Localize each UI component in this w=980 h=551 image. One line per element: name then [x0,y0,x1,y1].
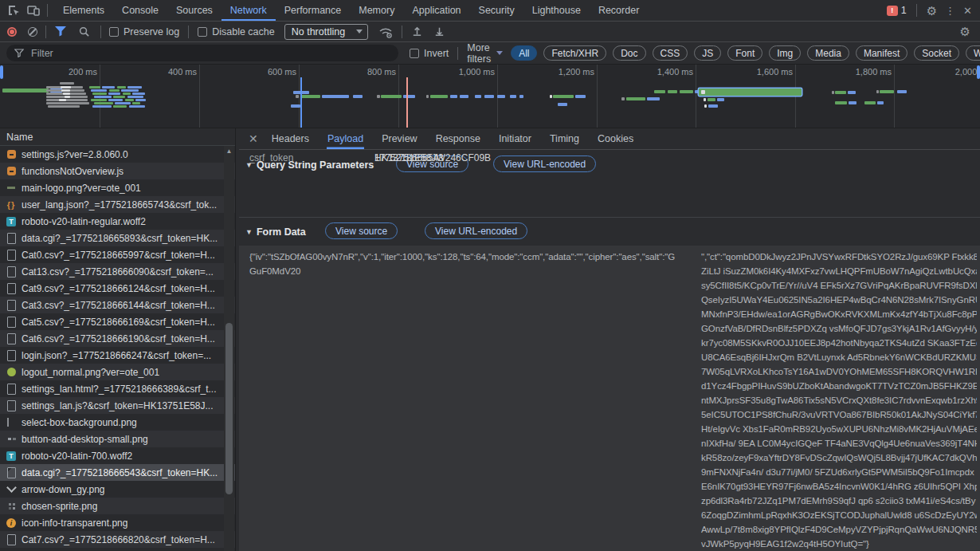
filter-icon[interactable] [54,26,69,38]
request-type-chip[interactable]: All [511,45,537,61]
request-row[interactable]: Cat5.csv?_=1775218666169&csrf_token=H... [0,313,235,330]
record-network-log-icon[interactable] [7,27,17,37]
network-overview-timeline[interactable]: 200 ms 400 ms 600 ms 800 ms 1,000 ms 1,2… [0,65,980,128]
form-value-line: 7W05qLVRXoLKhcoTsY16A1wDV0YOhMEM65SFH8KO… [701,364,977,379]
request-row[interactable]: data.cgi?_=1775218665893&csrf_token=HK..… [0,230,235,246]
request-row[interactable]: chosen-sprite.png [0,498,235,514]
request-type-chip[interactable]: Manifest [856,45,907,61]
request-type-chip[interactable]: Socket [914,45,959,61]
request-row[interactable]: select-box-background.png [0,414,235,431]
request-row[interactable]: data.cgi?_=1775218666543&csrf_token=HK..… [0,464,235,481]
waterfall-bar [647,97,660,100]
request-row[interactable]: settings_lan.html?_=1775218666389&csrf_t… [0,380,235,397]
request-row[interactable]: settings.js?ver=2.8.060.0 [0,146,235,163]
close-details-icon[interactable]: ✕ [249,132,258,145]
request-row[interactable]: roboto-v20-latin-regular.woff2 [0,213,235,230]
detail-tab[interactable]: Timing [549,128,580,149]
request-row[interactable]: main-logo.png?ver=ote_001 [0,179,235,196]
panel-tab[interactable]: Application [403,0,469,21]
disable-cache-checkbox[interactable] [198,27,207,37]
waterfall-bar [626,97,645,100]
panel-tab[interactable]: Memory [350,0,403,21]
detail-tab[interactable]: Preview [381,128,417,149]
search-icon[interactable] [78,26,92,38]
overview-left-handle[interactable] [0,65,3,79]
name-column-header[interactable]: Name [0,128,235,146]
waterfall-bar [880,90,894,93]
form-value-line: zp6dl3Ra4rb72JZq1PM7dEMrh9S9qfJ qp6 s2ci… [701,494,977,508]
detail-tab[interactable]: Initiator [498,128,532,149]
preserve-log-checkbox[interactable] [109,27,119,37]
form-key-line: GuF0MdV20 [249,264,700,278]
settings-gear-icon[interactable]: ⚙ [927,5,937,17]
request-row[interactable]: user_lang.json?_=1775218665743&csrf_tok.… [0,196,235,213]
network-conditions-icon[interactable] [378,26,393,38]
request-row[interactable]: login.json?_=1775218666247&csrf_token=..… [0,347,235,364]
export-har-icon[interactable] [433,26,448,38]
panel-tab[interactable]: Performance [276,0,351,21]
request-row[interactable]: Cat7.csv?_=1775218666820&csrf_token=H... [0,531,235,548]
request-type-chip[interactable]: Fetch/XHR [543,45,606,61]
form-value-line: kR58zo/zeyF9xaYftrDY8FvDScZqwIQsWQj5L8Bv… [701,451,977,465]
request-row[interactable]: roboto-v20-latin-700.woff2 [0,447,235,464]
panel-tab[interactable]: Network [221,0,276,21]
request-row[interactable]: logout_normal.png?ver=ote_001 [0,364,235,380]
waterfall-bar [575,95,586,98]
more-menu-icon[interactable]: ⋮ [945,6,955,16]
request-type-chip[interactable]: CSS [653,45,688,61]
panel-tab[interactable]: Security [470,0,523,21]
request-row[interactable]: Cat0.csv?_=1775218665997&csrf_token=H... [0,246,235,263]
request-type-chip[interactable]: Media [807,45,849,61]
filter-input-container[interactable] [6,45,398,61]
scrollbar-thumb[interactable] [225,323,233,494]
request-list-scrollbar[interactable]: ▲ [224,146,234,551]
request-type-chip[interactable]: Img [769,45,801,61]
inspect-element-icon[interactable] [7,4,22,17]
request-row[interactable]: Cat13.csv?_=1775218666090&csrf_token=... [0,263,235,280]
form-value-line: QseIyzI5UWaY4Eu0625IN5a2I6HEP4wBqCr4N6N2… [701,293,977,307]
request-row[interactable]: functionsNotOverview.js [0,163,235,179]
detail-tab[interactable]: Payload [327,128,364,149]
scroll-up-icon[interactable]: ▲ [224,146,234,156]
error-indicator[interactable]: ! 1 [887,5,907,16]
request-row[interactable]: icon-info-transparent.png [0,514,235,531]
detail-tab[interactable]: Response [435,128,481,149]
request-row[interactable]: arrow-down_gy.png [0,481,235,498]
request-type-chip[interactable]: Wasm [966,45,980,61]
close-devtools-icon[interactable]: ✕ [963,6,972,16]
form-data-section-header[interactable]: ▼ Form Data [245,223,306,241]
request-row[interactable]: settings_lan.js?&csrf_token=HK13751E58J.… [0,397,235,414]
detail-tab[interactable]: Headers [271,128,310,149]
form-data-title: Form Data [257,226,306,238]
detail-tab[interactable]: Cookies [597,128,634,149]
panel-tab[interactable]: Sources [167,0,221,21]
fd-view-url-encoded-button[interactable]: View URL-encoded [425,222,527,239]
more-filters-button[interactable]: More filters [467,42,503,65]
request-type-chip[interactable]: Doc [613,45,645,61]
request-name: roboto-v20-latin-700.woff2 [22,451,132,462]
request-type-chip[interactable]: JS [694,45,721,61]
request-row[interactable]: Cat3.csv?_=1775218666144&csrf_token=H... [0,297,235,313]
filter-input[interactable] [29,47,390,60]
file-type-icon [6,216,17,227]
request-row[interactable]: button-add-desktop-small.png [0,431,235,447]
panel-tab[interactable]: Elements [54,0,113,21]
fd-view-source-button[interactable]: View source [325,222,398,239]
time-gridline: 1,200 ms [597,65,598,128]
form-data-row[interactable]: {"iv":"tSZbOfAG00vyN7nR","v":1,"iter":10… [239,246,980,551]
device-toolbar-icon[interactable] [26,4,41,17]
request-type-chip[interactable]: Font [727,45,762,61]
invert-checkbox[interactable] [410,49,419,58]
network-settings-gear-icon[interactable]: ⚙ [960,26,970,37]
request-row[interactable]: Cat9.csv?_=1775218666124&csrf_token=H... [0,280,235,297]
panel-tab[interactable]: Recorder [590,0,648,21]
overview-right-handle[interactable] [977,65,980,79]
clear-network-log-icon[interactable] [28,27,37,37]
request-row[interactable]: Cat6.csv?_=1775218666190&csrf_token=H... [0,330,235,347]
waterfall-bar [102,86,115,89]
throttling-select[interactable]: No throttling [284,24,368,40]
panel-tab[interactable]: Lighthouse [523,0,590,21]
panel-tab[interactable]: Console [113,0,167,21]
query-param-row[interactable]: csrf_token HK13751E58JW246CF09B [239,150,980,165]
import-har-icon[interactable] [411,26,425,38]
